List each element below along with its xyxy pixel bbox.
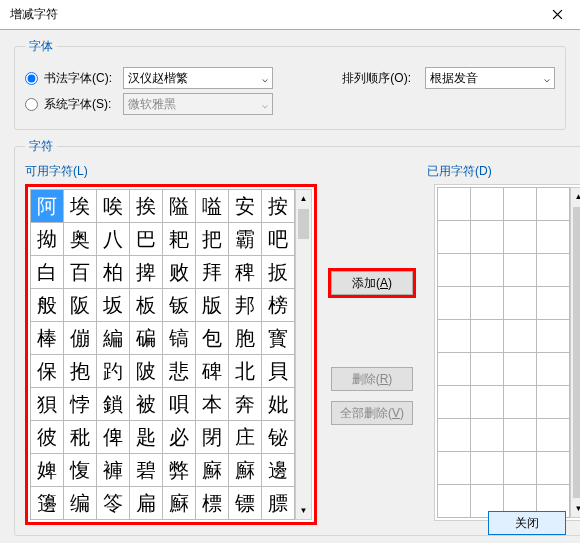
char-cell[interactable]: 唉	[97, 190, 129, 222]
scroll-thumb[interactable]	[298, 209, 309, 239]
char-cell[interactable]: 扁	[130, 487, 162, 519]
char-cell-empty[interactable]	[438, 188, 470, 220]
close-icon[interactable]	[535, 0, 580, 30]
char-cell-empty[interactable]	[471, 254, 503, 286]
sort-order-dropdown[interactable]: 根据发音 ⌵	[425, 67, 555, 89]
char-cell[interactable]: 編	[97, 322, 129, 354]
char-cell[interactable]: 巴	[130, 223, 162, 255]
close-button[interactable]: 关闭	[488, 511, 566, 535]
char-cell-empty[interactable]	[471, 452, 503, 484]
char-cell[interactable]: 㢝	[196, 454, 228, 486]
char-cell-empty[interactable]	[504, 287, 536, 319]
char-cell[interactable]: 坂	[97, 289, 129, 321]
char-cell-empty[interactable]	[438, 419, 470, 451]
char-cell-empty[interactable]	[537, 452, 569, 484]
char-cell[interactable]: 吧	[262, 223, 294, 255]
char-cell[interactable]: 陂	[130, 355, 162, 387]
char-cell-empty[interactable]	[438, 485, 470, 517]
char-cell[interactable]: 阿	[31, 190, 63, 222]
char-cell-empty[interactable]	[438, 287, 470, 319]
char-cell[interactable]: 隘	[163, 190, 195, 222]
char-cell[interactable]: 镖	[229, 487, 261, 519]
char-cell-empty[interactable]	[537, 419, 569, 451]
calligraphy-font-radio-input[interactable]	[25, 72, 38, 85]
char-cell[interactable]: 安	[229, 190, 261, 222]
system-font-radio-input[interactable]	[25, 98, 38, 111]
char-cell[interactable]: 包	[196, 322, 228, 354]
char-cell[interactable]: 碑	[196, 355, 228, 387]
char-cell[interactable]: 阪	[64, 289, 96, 321]
char-cell[interactable]: 悲	[163, 355, 195, 387]
char-cell-empty[interactable]	[504, 452, 536, 484]
char-cell-empty[interactable]	[438, 320, 470, 352]
char-cell[interactable]: 榜	[262, 289, 294, 321]
char-cell-empty[interactable]	[471, 287, 503, 319]
scrollbar[interactable]: ▲ ▼	[570, 187, 580, 518]
char-cell[interactable]: 埃	[64, 190, 96, 222]
char-cell[interactable]: 八	[97, 223, 129, 255]
char-cell[interactable]: 邦	[229, 289, 261, 321]
char-cell[interactable]: 悖	[64, 388, 96, 420]
char-cell-empty[interactable]	[471, 188, 503, 220]
scroll-thumb[interactable]	[573, 207, 580, 498]
char-cell[interactable]: 唄	[163, 388, 195, 420]
char-cell[interactable]: 弊	[163, 454, 195, 486]
char-cell-empty[interactable]	[537, 320, 569, 352]
char-cell[interactable]: 貝	[262, 355, 294, 387]
char-cell[interactable]: 褲	[97, 454, 129, 486]
char-cell-empty[interactable]	[537, 353, 569, 385]
scroll-down-icon[interactable]: ▼	[571, 500, 580, 517]
char-cell[interactable]: 稗	[229, 256, 261, 288]
char-cell-empty[interactable]	[537, 254, 569, 286]
calligraphy-font-dropdown[interactable]: 汉仪赵楷繁 ⌵	[123, 67, 273, 89]
char-cell[interactable]: 钣	[163, 289, 195, 321]
char-cell-empty[interactable]	[504, 254, 536, 286]
char-cell[interactable]: 奔	[229, 388, 261, 420]
char-cell[interactable]: 抱	[64, 355, 96, 387]
char-cell[interactable]: 按	[262, 190, 294, 222]
char-cell[interactable]: 妣	[262, 388, 294, 420]
char-cell-empty[interactable]	[438, 386, 470, 418]
char-cell-empty[interactable]	[438, 254, 470, 286]
char-cell[interactable]: 拗	[31, 223, 63, 255]
char-cell[interactable]: 编	[64, 487, 96, 519]
char-cell[interactable]: 柏	[97, 256, 129, 288]
char-cell-empty[interactable]	[504, 320, 536, 352]
char-cell[interactable]: 版	[196, 289, 228, 321]
char-cell[interactable]: 匙	[130, 421, 162, 453]
add-button[interactable]: 添加(A)	[331, 271, 413, 295]
char-cell-empty[interactable]	[438, 353, 470, 385]
char-cell[interactable]: 百	[64, 256, 96, 288]
char-cell-empty[interactable]	[504, 221, 536, 253]
char-cell[interactable]: 碧	[130, 454, 162, 486]
char-cell-empty[interactable]	[471, 221, 503, 253]
char-cell-empty[interactable]	[504, 188, 536, 220]
char-cell[interactable]: 趵	[97, 355, 129, 387]
char-cell-empty[interactable]	[504, 386, 536, 418]
char-cell-empty[interactable]	[504, 353, 536, 385]
delete-button[interactable]: 删除(R)	[331, 367, 413, 391]
scroll-up-icon[interactable]: ▲	[296, 190, 311, 207]
char-cell[interactable]: 碥	[130, 322, 162, 354]
char-cell[interactable]: 霸	[229, 223, 261, 255]
char-cell[interactable]: 秕	[64, 421, 96, 453]
char-cell[interactable]: 庄	[229, 421, 261, 453]
system-font-radio[interactable]: 系统字体(S):	[25, 96, 113, 113]
char-cell-empty[interactable]	[537, 287, 569, 319]
char-cell[interactable]: 扳	[262, 256, 294, 288]
char-cell[interactable]: 㢝	[229, 454, 261, 486]
char-cell[interactable]: 鎖	[97, 388, 129, 420]
char-cell[interactable]: 保	[31, 355, 63, 387]
char-cell[interactable]: 嗌	[196, 190, 228, 222]
scroll-down-icon[interactable]: ▼	[296, 502, 311, 519]
char-cell-empty[interactable]	[537, 221, 569, 253]
char-cell[interactable]: 狽	[31, 388, 63, 420]
char-cell[interactable]: 板	[130, 289, 162, 321]
char-cell-empty[interactable]	[504, 419, 536, 451]
char-cell-empty[interactable]	[471, 353, 503, 385]
char-cell[interactable]: 捭	[130, 256, 162, 288]
char-cell[interactable]: 邊	[262, 454, 294, 486]
char-cell[interactable]: 铋	[262, 421, 294, 453]
char-cell[interactable]: 败	[163, 256, 195, 288]
char-cell[interactable]: 拜	[196, 256, 228, 288]
